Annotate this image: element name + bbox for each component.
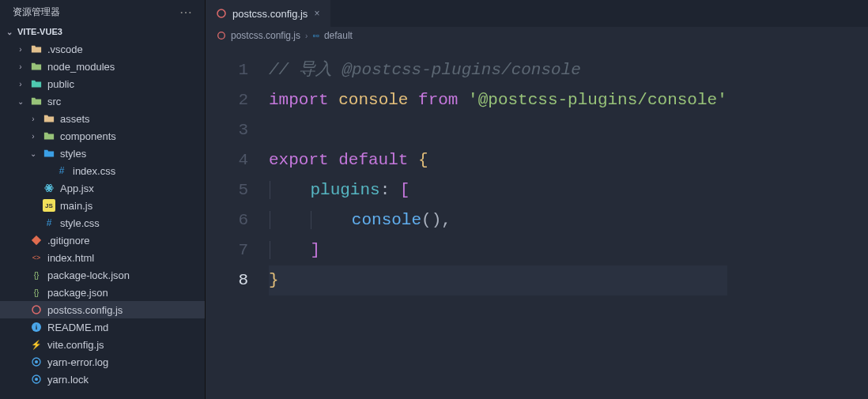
tree-item-label: main.js	[60, 200, 92, 212]
tab-bar: postcss.config.js ×	[206, 0, 868, 27]
tree-item-label: components	[60, 130, 116, 142]
chevron-down-icon: ⌄	[16, 97, 25, 106]
chevron-right-icon: ›	[28, 132, 38, 141]
line-number: 1	[206, 55, 248, 85]
code-line[interactable]: }	[269, 265, 727, 295]
tab-postcss-config[interactable]: postcss.config.js ×	[206, 0, 330, 27]
code-editor[interactable]: 12345678 // 导入 @postcss-plugins/consolei…	[206, 44, 868, 399]
tree-item-label: styles	[60, 148, 86, 160]
keyword: from	[418, 91, 458, 109]
tree-item-label: index.css	[73, 165, 115, 177]
postcss-icon	[30, 303, 43, 316]
tree-item-label: .vscode	[47, 43, 83, 55]
code-line[interactable]: plugins: [	[269, 175, 727, 205]
tree-item[interactable]: ›components	[0, 127, 205, 145]
explorer-title: 资源管理器	[13, 6, 60, 19]
tree-item[interactable]: yarn.lock	[0, 371, 205, 388]
js-icon: JS	[43, 199, 55, 212]
bolt-icon: ⚡	[30, 338, 43, 351]
line-number: 4	[206, 145, 248, 175]
editor-area: postcss.config.js × postcss.config.js › …	[206, 0, 868, 399]
project-root[interactable]: ⌄ VITE-VUE3	[0, 24, 205, 39]
close-icon[interactable]: ×	[312, 8, 321, 19]
line-number: 8	[206, 265, 248, 295]
code-line[interactable]: console(),	[269, 205, 727, 235]
identifier: console	[338, 91, 408, 109]
tree-item[interactable]: ⌄styles	[0, 145, 205, 162]
line-number: 7	[206, 235, 248, 265]
css-icon: #	[43, 216, 55, 229]
tree-item[interactable]: yarn-error.log	[0, 353, 205, 371]
line-number: 2	[206, 85, 248, 115]
keyword: export default	[269, 151, 408, 169]
tree-item[interactable]: postcss.config.js	[0, 301, 205, 318]
tree-item[interactable]: App.jsx	[0, 179, 205, 197]
tree-item[interactable]: ›.vscode	[0, 40, 205, 58]
postcss-icon	[215, 7, 228, 20]
code-content[interactable]: // 导入 @postcss-plugins/consoleimport con…	[261, 44, 727, 399]
tree-item[interactable]: ›node_modules	[0, 58, 205, 75]
code-line[interactable]: ]	[269, 235, 727, 265]
tree-item-label: public	[47, 78, 74, 90]
code-line[interactable]: // 导入 @postcss-plugins/console	[269, 55, 727, 85]
string: '@postcss-plugins/console'	[468, 91, 727, 109]
code-line[interactable]: export default {	[269, 145, 727, 175]
tree-item[interactable]: ⌄src	[0, 92, 205, 110]
tree-item[interactable]: #index.css	[0, 162, 205, 179]
yarn-icon	[30, 373, 43, 386]
tree-item[interactable]: iREADME.md	[0, 318, 205, 336]
folder-icon	[43, 130, 55, 142]
breadcrumb[interactable]: postcss.config.js › ▫▫ default	[206, 27, 868, 44]
code-line[interactable]: import console from '@postcss-plugins/co…	[269, 85, 727, 115]
bracket: [	[400, 181, 410, 199]
property: plugins	[310, 181, 379, 199]
chevron-right-icon: ›	[16, 45, 25, 54]
tree-item[interactable]: {}package-lock.json	[0, 266, 205, 284]
tree-item[interactable]: <>index.html	[0, 249, 205, 266]
chevron-down-icon: ⌄	[28, 149, 38, 158]
tree-item[interactable]: ›assets	[0, 110, 205, 127]
svg-point-0	[48, 187, 51, 190]
function: console	[352, 211, 421, 229]
folder-icon	[43, 112, 55, 125]
bracket: ]	[310, 241, 320, 259]
tab-label: postcss.config.js	[232, 8, 308, 20]
folder-icon	[43, 147, 55, 160]
tree-item[interactable]: {}package.json	[0, 284, 205, 301]
keyword: import	[269, 91, 329, 109]
git-icon	[30, 234, 43, 247]
tree-item-label: README.md	[47, 322, 108, 333]
brace: }	[269, 271, 279, 289]
react-icon	[43, 182, 55, 194]
breadcrumb-symbol: default	[324, 30, 353, 41]
tree-item-label: package-lock.json	[47, 269, 130, 281]
line-number: 3	[206, 115, 248, 145]
chevron-right-icon: ›	[16, 80, 25, 88]
symbol-icon: ▫▫	[312, 30, 319, 41]
chevron-down-icon: ⌄	[5, 28, 14, 36]
tree-item[interactable]: #style.css	[0, 214, 205, 231]
json-icon: {}	[30, 286, 43, 299]
folder-icon	[30, 60, 43, 73]
tree-item-label: yarn-error.log	[47, 356, 108, 368]
tree-item[interactable]: ⚡vite.config.js	[0, 336, 205, 353]
folder-icon	[30, 95, 43, 107]
tree-item-label: node_modules	[47, 61, 115, 73]
explorer-more-icon[interactable]: ⋯	[176, 5, 195, 20]
tree-item-label: App.jsx	[60, 183, 94, 194]
svg-point-11	[217, 9, 225, 17]
breadcrumb-file: postcss.config.js	[231, 30, 300, 41]
json-icon: {}	[30, 269, 43, 281]
html-icon: <>	[30, 251, 43, 264]
tree-item[interactable]: .gitignore	[0, 231, 205, 249]
brace: {	[418, 151, 428, 169]
punct: ,	[441, 211, 451, 229]
code-line[interactable]	[269, 115, 727, 145]
tree-item-label: yarn.lock	[47, 374, 89, 386]
css-icon: #	[55, 164, 68, 177]
tree-item[interactable]: ›public	[0, 75, 205, 92]
punct: ()	[421, 211, 441, 229]
chevron-right-icon: ›	[28, 115, 38, 123]
project-name: VITE-VUE3	[17, 27, 62, 36]
tree-item[interactable]: JSmain.js	[0, 197, 205, 214]
